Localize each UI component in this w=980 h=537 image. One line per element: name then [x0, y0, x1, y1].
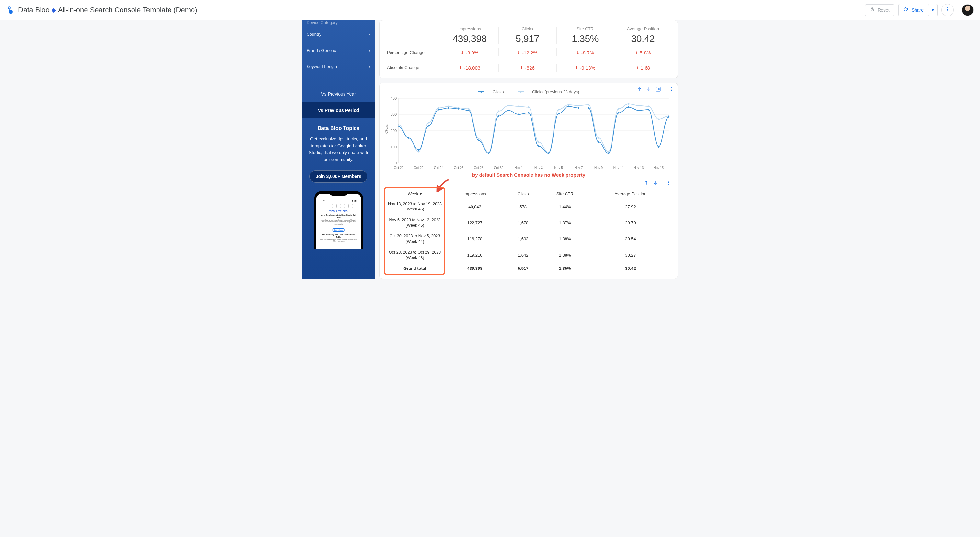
share-label: Share: [912, 8, 924, 13]
caret-down-icon: ▾: [369, 49, 371, 52]
phone-article-2-title: The Anatomy of a Data Studio Pivot Table: [319, 233, 358, 239]
tab-vs-previous-period[interactable]: Vs Previous Period: [302, 102, 375, 118]
reset-button[interactable]: Reset: [865, 4, 894, 16]
sort-ascending-button[interactable]: [637, 86, 642, 92]
sidebar-filter-brand-generic[interactable]: Brand / Generic ▾: [307, 42, 371, 58]
svg-point-71: [488, 152, 489, 154]
svg-text:Nov 7: Nov 7: [574, 166, 583, 170]
svg-text:Nov 15: Nov 15: [653, 166, 664, 170]
undo-icon: [870, 7, 875, 13]
kpi-pct-1: ⬇-12.2%: [498, 47, 556, 57]
chart-table-card: Clicks Clicks (previous 28 days) Clicks …: [380, 83, 678, 279]
svg-text:Nov 3: Nov 3: [535, 166, 543, 170]
th-position[interactable]: Average Position: [589, 189, 672, 199]
topics-body: Get exclusive tips, tricks, and template…: [307, 136, 370, 163]
cell-week: Oct 23, 2023 to Oct 29, 2023(Week 43): [386, 247, 444, 263]
svg-text:200: 200: [391, 129, 397, 132]
arrow-up-icon: ⬆: [635, 51, 638, 55]
annotation-text: by default Search Console has no Week pr…: [386, 172, 672, 178]
sidebar-filter-device-category[interactable]: Device Category: [307, 20, 371, 26]
svg-point-55: [608, 151, 609, 152]
svg-point-45: [508, 105, 509, 106]
th-week[interactable]: Week ▾: [386, 189, 444, 199]
sidebar-filter-country[interactable]: Country ▾: [307, 26, 371, 42]
report-canvas: Device Category Country ▾ Brand / Generi…: [302, 20, 678, 279]
tab-vs-previous-year[interactable]: Vs Previous Year: [302, 86, 375, 102]
svg-point-64: [418, 149, 419, 151]
svg-text:Nov 9: Nov 9: [594, 166, 603, 170]
kpi-abs-2: ⬇-0.13%: [557, 62, 614, 73]
table-more-button[interactable]: [666, 180, 671, 185]
arrow-down-icon: ⬇: [576, 51, 579, 55]
row-label-absolute: Absolute Change: [386, 62, 441, 73]
chart-more-button[interactable]: [669, 86, 675, 92]
svg-point-54: [598, 137, 600, 139]
svg-point-56: [618, 108, 619, 110]
sidebar-topics: Data Bloo Topics Get exclusive tips, tri…: [302, 118, 375, 249]
svg-point-86: [638, 110, 640, 111]
caret-down-icon: ▾: [369, 32, 371, 36]
main-column: Impressions439,398Clicks5,917Site CTR1.3…: [380, 20, 678, 279]
kpi-abs-value: 1.68: [641, 65, 650, 71]
svg-point-67: [448, 107, 450, 108]
svg-point-8: [671, 89, 673, 90]
kpi-label: Impressions: [442, 26, 497, 31]
kpi-average-position: Average Position30.42: [614, 24, 672, 46]
svg-point-89: [668, 116, 670, 118]
svg-point-65: [428, 125, 430, 126]
th-impressions[interactable]: Impressions: [444, 189, 506, 199]
user-avatar[interactable]: [962, 4, 974, 16]
svg-point-37: [428, 122, 430, 123]
svg-point-66: [438, 108, 439, 110]
svg-text:Oct 28: Oct 28: [474, 166, 484, 170]
th-ctr[interactable]: Site CTR: [541, 189, 589, 199]
join-members-button[interactable]: Join 3,000+ Members: [310, 170, 368, 183]
kpi-pct-3: ⬆5.8%: [614, 47, 672, 57]
svg-point-63: [408, 137, 410, 139]
explore-chart-button[interactable]: [655, 86, 661, 92]
kpi-label: Clicks: [500, 26, 555, 31]
clicks-line-chart: Clicks 0100200300400Oct 20Oct 22Oct 24Oc…: [386, 96, 672, 171]
svg-point-88: [658, 146, 660, 148]
cell-position: 30.54: [589, 231, 672, 247]
table-row: Nov 6, 2023 to Nov 12, 2023(Week 45)122,…: [386, 215, 672, 231]
sidebar-filter-keyword-length[interactable]: Keyword Length ▾: [307, 58, 371, 75]
cell-clicks: 1,603: [506, 231, 541, 247]
share-button[interactable]: Share: [899, 4, 928, 16]
comparison-tabs: Vs Previous Year Vs Previous Period: [302, 86, 375, 118]
grand-ctr: 1.35%: [541, 263, 589, 273]
phone-article-1-title: An In-Depth Look into Data Studio Drill …: [319, 213, 358, 219]
table-sort-asc-button[interactable]: [644, 180, 649, 185]
svg-point-87: [648, 108, 649, 110]
svg-text:Oct 30: Oct 30: [494, 166, 504, 170]
svg-text:Oct 26: Oct 26: [454, 166, 463, 170]
svg-point-57: [628, 103, 629, 105]
kpi-pct-2: ⬇-8.7%: [557, 47, 614, 57]
svg-point-83: [608, 152, 609, 154]
phone-article-2-sub: Find out everything you need to know abo…: [319, 239, 358, 244]
sort-descending-button[interactable]: [646, 86, 651, 92]
kpi-label: Site CTR: [558, 26, 613, 31]
kpi-impressions: Impressions439,398: [441, 24, 498, 46]
share-dropdown-button[interactable]: ▾: [928, 4, 937, 16]
kpi-pct-value: -12.2%: [522, 50, 538, 56]
grand-label: Grand total: [386, 263, 444, 273]
diamond-icon: ◆: [51, 6, 56, 14]
caret-down-icon: ▾: [369, 65, 371, 69]
svg-point-76: [538, 145, 539, 147]
svg-point-0: [8, 7, 10, 9]
more-vert-icon: [945, 7, 950, 13]
th-clicks[interactable]: Clicks: [506, 189, 541, 199]
table-sort-desc-button[interactable]: [653, 180, 658, 185]
tab-label: Vs Previous Period: [318, 108, 360, 113]
person-add-icon: [903, 6, 909, 13]
arrow-down-icon: ⬇: [461, 51, 464, 55]
caret-down-icon: ▾: [932, 8, 934, 13]
tab-label: Vs Previous Year: [321, 91, 356, 97]
topbar-right: Reset Share ▾: [865, 4, 974, 16]
cell-position: 27.92: [589, 199, 672, 215]
more-options-button[interactable]: [942, 4, 954, 16]
svg-point-47: [528, 106, 530, 108]
separator: [958, 5, 958, 15]
legend-series-b: Clicks (previous 28 days): [532, 89, 579, 94]
